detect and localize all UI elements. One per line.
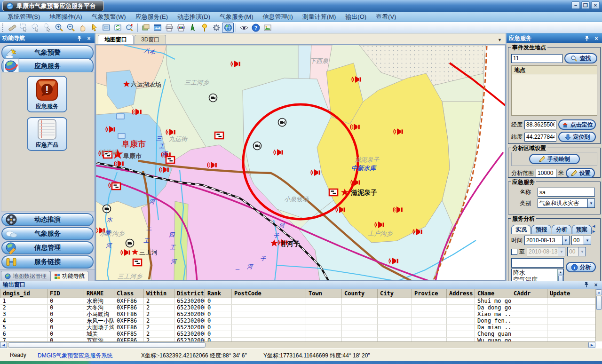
- scroll-left-icon[interactable]: ◀: [0, 342, 7, 348]
- toolbar-grip[interactable]: [2, 24, 5, 32]
- scrollbar-thumb[interactable]: [8, 342, 206, 348]
- column-header[interactable]: CAddr: [511, 289, 547, 298]
- help-icon[interactable]: ?: [250, 23, 261, 33]
- date-to-select[interactable]: 2010-08-13 ▼: [527, 247, 565, 256]
- table-row[interactable]: 30小马厩沟0XFF8626523020000Xiao ma ...: [0, 311, 596, 317]
- group-dynamic-deduction[interactable]: 动态推演: [1, 213, 94, 226]
- select-box-icon[interactable]: [18, 23, 30, 33]
- tab-function-navigation[interactable]: 功能导航: [50, 271, 88, 281]
- map-window-icon[interactable]: [151, 23, 163, 33]
- pin-icon[interactable]: [76, 35, 83, 42]
- tab-3d-window[interactable]: 3D窗口: [135, 35, 166, 44]
- column-header[interactable]: CName: [475, 289, 511, 298]
- settings-icon[interactable]: [210, 23, 222, 33]
- tab-plan[interactable]: 预案: [572, 225, 592, 234]
- set-button[interactable]: 设置: [566, 168, 595, 178]
- place-list[interactable]: [511, 74, 597, 116]
- column-header[interactable]: RNAME: [84, 289, 114, 298]
- service-name-input[interactable]: [538, 188, 595, 197]
- column-header[interactable]: FID: [48, 289, 84, 298]
- column-header[interactable]: Rank: [205, 289, 232, 298]
- table-row[interactable]: 20大冬沟0XFF8626523020000Da dong gou: [0, 304, 596, 311]
- group-service-links[interactable]: 服务链接: [1, 255, 94, 269]
- list-item[interactable]: 空气温度: [512, 276, 563, 281]
- menu-measure[interactable]: 测量计算(M): [298, 13, 341, 21]
- column-header[interactable]: Class: [114, 289, 144, 298]
- pin-icon[interactable]: [583, 282, 590, 288]
- range-input[interactable]: [536, 169, 556, 178]
- menu-view[interactable]: 查看(V): [371, 13, 401, 21]
- menu-output[interactable]: 输出(O): [341, 13, 371, 21]
- menu-map-ops[interactable]: 地图操作(A): [45, 13, 87, 21]
- group-info-management[interactable]: 信息管理: [1, 241, 94, 254]
- column-header[interactable]: Provice: [412, 289, 447, 298]
- menu-dynamic-deduction[interactable]: 动态推演(D): [173, 13, 215, 21]
- tab-analysis[interactable]: 分析: [552, 225, 571, 234]
- close-icon[interactable]: ×: [593, 282, 599, 288]
- map-canvas[interactable]: 六运湖农场 三工河乡 下西泉 九运街 阜康市 阜康市 城关镇 滋泥泉子 中新水库…: [95, 45, 506, 281]
- location-search-input[interactable]: [511, 54, 562, 63]
- pan-icon[interactable]: [77, 23, 88, 33]
- scroll-up-icon[interactable]: ▲: [596, 289, 602, 295]
- column-header[interactable]: Town: [306, 289, 342, 298]
- scroll-right-icon[interactable]: ▶: [588, 342, 595, 348]
- column-header[interactable]: City: [378, 289, 412, 298]
- menu-weather-service[interactable]: 气象服务(M): [215, 13, 258, 21]
- identify-icon[interactable]: [124, 23, 135, 33]
- column-header[interactable]: dmgis_id: [0, 289, 48, 298]
- place-mark-icon[interactable]: [198, 23, 210, 33]
- tab-live[interactable]: 实况: [511, 225, 531, 234]
- to-checkbox[interactable]: [511, 249, 517, 255]
- hour-to-select[interactable]: 00 ▼: [567, 247, 586, 256]
- group-weather-service[interactable]: 气象服务: [1, 227, 94, 240]
- shortcut-emergency-service[interactable]: ! 应急服务: [27, 76, 67, 112]
- menu-weather-warning[interactable]: 气象预警(W): [87, 13, 131, 21]
- close-button[interactable]: ×: [591, 1, 600, 9]
- maximize-button[interactable]: ❐: [581, 1, 590, 9]
- layers-icon[interactable]: [140, 23, 151, 33]
- full-extent-icon[interactable]: [100, 23, 112, 33]
- output-vertical-scrollbar[interactable]: ▲: [595, 289, 602, 341]
- measure-icon[interactable]: [6, 23, 18, 33]
- select-point-icon[interactable]: [41, 23, 53, 33]
- list-scrollbar[interactable]: ▲: [557, 269, 563, 281]
- table-row[interactable]: 70五官沟0XFF8626523020000Wu guan gou: [0, 337, 596, 341]
- print-icon[interactable]: [163, 23, 175, 33]
- close-icon[interactable]: ×: [86, 35, 92, 42]
- pin-icon[interactable]: [584, 35, 590, 42]
- service-type-select[interactable]: 气象和洪水灾害 ▼: [538, 198, 595, 208]
- element-filter-box[interactable]: [511, 258, 564, 268]
- output-horizontal-scrollbar[interactable]: ◀ ▶: [0, 341, 595, 348]
- column-header[interactable]: Within: [144, 289, 174, 298]
- column-header[interactable]: District: [174, 289, 205, 298]
- table-row[interactable]: 40东风一小队0XFF8626523020000Dong fen...: [0, 317, 596, 324]
- refresh-icon[interactable]: [112, 23, 124, 33]
- tab-scroll-arrows[interactable]: ◂ ▸: [593, 223, 597, 234]
- menu-emergency-service[interactable]: 应急服务(E): [131, 13, 173, 21]
- menu-info-management[interactable]: 信息管理(I): [258, 13, 298, 21]
- select-lasso-icon[interactable]: [30, 23, 41, 33]
- tab-map-data-management[interactable]: 地图数据管理: [1, 271, 50, 281]
- eagle-eye-icon[interactable]: [238, 23, 250, 33]
- zoom-out-icon[interactable]: [65, 23, 77, 33]
- list-item[interactable]: 降水: [512, 269, 563, 276]
- zoom-in-icon[interactable]: [53, 23, 65, 33]
- column-header[interactable]: County: [342, 289, 378, 298]
- minimize-button[interactable]: –: [571, 1, 580, 9]
- shortcut-emergency-product[interactable]: 应急产品: [27, 117, 67, 151]
- click-locate-button[interactable]: 点击定位: [558, 119, 596, 130]
- print-color-icon[interactable]: [175, 23, 187, 33]
- chevron-down-icon[interactable]: ▼: [498, 38, 502, 42]
- web-map-icon[interactable]: [222, 23, 234, 33]
- tab-map-window[interactable]: 地图窗口: [98, 35, 134, 44]
- snapshot-icon[interactable]: [261, 23, 273, 33]
- date-select[interactable]: 2010-08-13 ▼: [524, 236, 570, 245]
- tab-forecast[interactable]: 预报: [531, 225, 551, 234]
- analyze-button[interactable]: i 分析: [566, 262, 596, 272]
- table-row[interactable]: 10水磨沟0XFF8626523020000Shui mo gou: [0, 298, 596, 304]
- close-icon[interactable]: ×: [593, 35, 600, 42]
- table-row[interactable]: 50大面场子沟0XFF8626523020000Da mian ...: [0, 324, 596, 331]
- search-button[interactable]: 查找: [564, 53, 597, 63]
- longitude-input[interactable]: [524, 120, 556, 129]
- green-pointer-icon[interactable]: [187, 23, 198, 33]
